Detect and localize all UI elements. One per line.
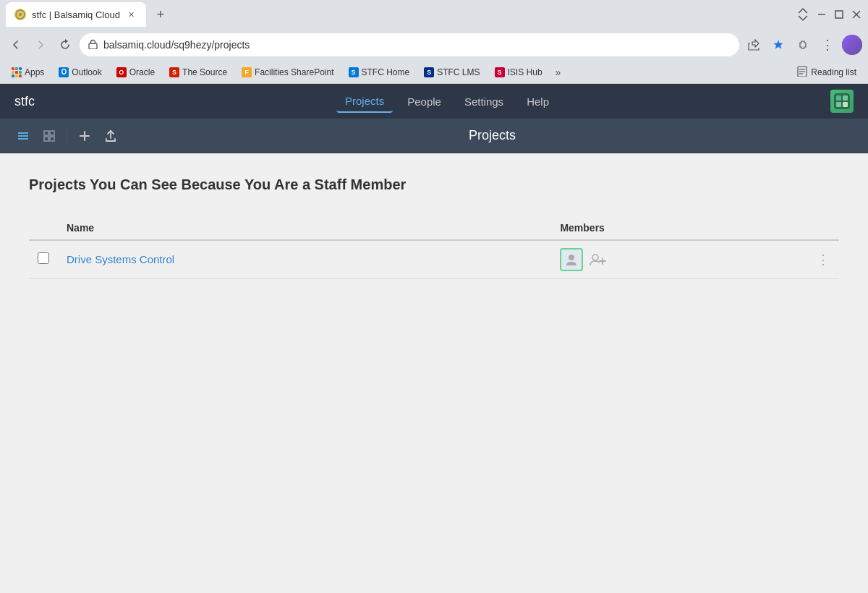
table-row: Drive Systems Control (29, 240, 839, 279)
reading-list-icon (796, 65, 808, 79)
manage-members-button[interactable] (589, 252, 608, 267)
reload-button[interactable] (55, 35, 75, 55)
title-bar: stfc | Balsamiq Cloud ✕ + (0, 0, 868, 29)
svg-rect-3 (835, 11, 843, 18)
avatar-image (842, 35, 862, 55)
minimize-button[interactable] (816, 9, 827, 20)
upload-button[interactable] (99, 124, 122, 148)
svg-rect-12 (836, 95, 841, 101)
project-link[interactable]: Drive Systems Control (67, 253, 174, 265)
url-text: balsamiq.cloud/sq9hezy/projects (103, 39, 731, 51)
row-more-icon[interactable]: ⋮ (817, 252, 830, 267)
bookmark-oracle-label: Oracle (129, 67, 155, 77)
browser-tab[interactable]: stfc | Balsamiq Cloud ✕ (6, 2, 146, 27)
row-actions-cell[interactable]: ⋮ (808, 240, 839, 279)
page-content: Projects You Can See Because You Are a S… (0, 153, 868, 593)
app-content: stfc Projects People Settings Help (0, 84, 868, 593)
app-nav-links: Projects People Settings Help (64, 90, 830, 113)
reading-list-button[interactable]: Reading list (791, 64, 862, 81)
new-project-button[interactable] (73, 124, 96, 148)
bookmark-stfc-lms[interactable]: S STFC LMS (418, 64, 485, 81)
nav-help[interactable]: Help (518, 91, 558, 112)
source-favicon: S (169, 67, 179, 77)
overflow-icon[interactable] (796, 7, 810, 22)
bookmark-outlook[interactable]: O Outlook (53, 64, 107, 81)
oracle-favicon: O (116, 67, 127, 77)
extensions-button[interactable] (793, 35, 813, 55)
outlook-favicon: O (59, 67, 69, 77)
svg-point-1 (19, 13, 22, 16)
app-user-avatar[interactable] (830, 90, 854, 113)
app-nav-right (830, 90, 854, 113)
bookmark-oracle[interactable]: O Oracle (111, 64, 161, 81)
bookmark-outlook-label: Outlook (72, 67, 101, 77)
bookmark-isis-label: ISIS Hub (508, 67, 542, 77)
bookmark-isis-hub[interactable]: S ISIS Hub (489, 64, 548, 81)
bookmark-facilities[interactable]: F Facilities SharePoint (236, 64, 339, 81)
bookmarks-bar: Apps O Outlook O Oracle S The Source F F… (0, 61, 868, 84)
svg-rect-21 (44, 137, 48, 141)
close-button[interactable] (851, 9, 862, 20)
projects-table: Name Members Drive Systems Control (29, 216, 839, 279)
svg-point-26 (592, 255, 598, 260)
app-navbar: stfc Projects People Settings Help (0, 84, 868, 119)
actions-column-header (808, 216, 839, 240)
back-button[interactable] (6, 35, 26, 55)
member-avatar[interactable] (560, 248, 583, 271)
lock-icon (88, 39, 98, 51)
members-column-header: Members (551, 216, 808, 240)
share-button[interactable] (744, 35, 764, 55)
toolbar: Projects (0, 119, 868, 153)
row-checkbox[interactable] (38, 252, 49, 264)
checkbox-header-cell (29, 216, 58, 240)
forward-button[interactable] (30, 35, 51, 55)
svg-rect-13 (843, 95, 848, 101)
maximize-button[interactable] (833, 9, 845, 20)
bookmark-stfc-home[interactable]: S STFC Home (343, 64, 416, 81)
new-tab-button[interactable]: + (150, 4, 171, 25)
name-column-header: Name (58, 216, 551, 240)
add-member-icon (589, 252, 608, 267)
address-actions: ⋮ (744, 35, 862, 55)
svg-point-25 (569, 255, 574, 260)
toolbar-title: Projects (128, 128, 856, 143)
tab-favicon (14, 9, 26, 20)
members-cell (551, 240, 808, 279)
nav-people[interactable]: People (399, 91, 450, 112)
bookmark-facilities-label: Facilities SharePoint (255, 67, 333, 77)
profile-avatar[interactable] (842, 35, 862, 55)
svg-rect-22 (50, 137, 54, 141)
bookmark-stfc-lms-label: STFC LMS (437, 67, 480, 77)
bookmark-stfc-home-label: STFC Home (362, 67, 410, 77)
tab-close-button[interactable]: ✕ (126, 9, 137, 20)
bookmark-the-source[interactable]: S The Source (163, 64, 233, 81)
members-container (560, 248, 799, 271)
project-name-cell: Drive Systems Control (58, 240, 551, 279)
member-avatar-icon (564, 252, 579, 267)
address-field[interactable]: balsamiq.cloud/sq9hezy/projects (80, 33, 739, 56)
reading-list-label: Reading list (811, 67, 856, 77)
svg-rect-20 (50, 131, 54, 135)
list-view-button[interactable] (12, 124, 35, 148)
title-bar-left: stfc | Balsamiq Cloud ✕ + (6, 2, 790, 27)
toolbar-left (12, 124, 122, 148)
row-checkbox-cell (29, 240, 58, 279)
bookmark-star-button[interactable] (768, 35, 788, 55)
bookmark-source-label: The Source (182, 67, 227, 77)
address-bar: balsamiq.cloud/sq9hezy/projects ⋮ (0, 29, 868, 61)
svg-rect-15 (843, 102, 848, 107)
nav-settings[interactable]: Settings (456, 91, 512, 112)
svg-rect-14 (836, 102, 841, 107)
nav-projects[interactable]: Projects (336, 90, 393, 113)
app-brand: stfc (14, 94, 64, 109)
bookmark-apps[interactable]: Apps (6, 64, 50, 81)
bookmarks-more-button[interactable]: » (551, 67, 566, 78)
toolbar-divider (67, 127, 67, 145)
stfc-home-favicon: S (349, 67, 359, 77)
grid-view-button[interactable] (38, 124, 61, 148)
menu-button[interactable]: ⋮ (817, 35, 838, 55)
browser-window: stfc | Balsamiq Cloud ✕ + (0, 0, 868, 593)
tab-title: stfc | Balsamiq Cloud (32, 9, 120, 20)
stfc-lms-favicon: S (424, 67, 434, 77)
apps-favicon (12, 67, 22, 77)
